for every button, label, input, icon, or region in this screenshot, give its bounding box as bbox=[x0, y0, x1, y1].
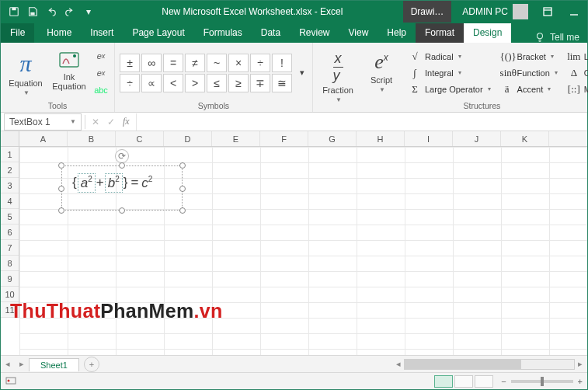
resize-handle[interactable] bbox=[119, 207, 125, 214]
macro-record-icon[interactable] bbox=[5, 375, 16, 388]
resize-handle[interactable] bbox=[179, 207, 186, 214]
formula-input[interactable] bbox=[136, 113, 587, 131]
select-all-corner[interactable] bbox=[1, 131, 19, 147]
symbols-more-icon[interactable]: ▾ bbox=[297, 68, 308, 78]
save-icon[interactable] bbox=[24, 3, 41, 20]
professional-icon[interactable]: ex bbox=[92, 48, 110, 64]
name-box[interactable]: TextBox 1▼ bbox=[4, 113, 82, 131]
tab-page-layout[interactable]: Page Layout bbox=[123, 23, 193, 43]
eq-term-a[interactable]: a2 bbox=[78, 173, 96, 193]
symbol-cell[interactable]: ≅ bbox=[272, 74, 292, 92]
tab-format[interactable]: Format bbox=[416, 23, 464, 43]
symbol-cell[interactable]: ≤ bbox=[207, 74, 227, 92]
ribbon-options-icon[interactable] bbox=[534, 1, 561, 23]
resize-handle[interactable] bbox=[58, 162, 64, 169]
structure-item[interactable]: ΔOperator▾ bbox=[567, 65, 588, 81]
symbol-cell[interactable]: > bbox=[185, 74, 205, 92]
undo-icon[interactable] bbox=[43, 3, 60, 20]
symbol-cell[interactable]: = bbox=[163, 54, 183, 72]
structure-item[interactable]: äAccent▾ bbox=[500, 82, 558, 97]
equation-button[interactable]: π Equation ▼ bbox=[5, 47, 46, 99]
symbol-cell[interactable]: ~ bbox=[207, 54, 227, 72]
symbol-cell[interactable]: ! bbox=[272, 54, 292, 72]
column-header[interactable]: F bbox=[260, 131, 308, 146]
worksheet[interactable]: ABCDEFGHIJK 1234567891011 ⟳ { a2 + b2 } … bbox=[1, 131, 587, 355]
column-header[interactable]: G bbox=[308, 131, 357, 146]
ink-equation-button[interactable]: Ink Equation bbox=[49, 47, 89, 99]
tab-formulas[interactable]: Formulas bbox=[194, 23, 252, 43]
tab-view[interactable]: View bbox=[339, 23, 378, 43]
column-header[interactable]: C bbox=[116, 131, 164, 146]
resize-handle[interactable] bbox=[58, 186, 64, 192]
normal-view-icon[interactable] bbox=[434, 375, 453, 388]
row-headers[interactable]: 1234567891011 bbox=[1, 147, 19, 318]
tab-help[interactable]: Help bbox=[378, 23, 416, 43]
column-header[interactable]: K bbox=[501, 131, 549, 146]
symbol-cell[interactable]: ÷ bbox=[250, 54, 270, 72]
symbol-cell[interactable]: ∝ bbox=[141, 74, 162, 92]
zoom-slider[interactable] bbox=[511, 380, 573, 383]
symbol-cell[interactable]: ∞ bbox=[141, 54, 162, 72]
zoom-control[interactable]: − + bbox=[501, 377, 583, 386]
column-header[interactable]: H bbox=[357, 131, 405, 146]
cancel-icon[interactable]: ✕ bbox=[92, 117, 99, 127]
enter-icon[interactable]: ✓ bbox=[107, 117, 115, 127]
column-header[interactable]: J bbox=[453, 131, 501, 146]
account-box[interactable]: ADMIN PC bbox=[456, 4, 534, 19]
equation-content[interactable]: { a2 + b2 } = c2 bbox=[72, 173, 152, 193]
row-header[interactable]: 3 bbox=[1, 178, 19, 193]
symbol-cell[interactable]: < bbox=[163, 74, 183, 92]
rotate-handle-icon[interactable]: ⟳ bbox=[115, 149, 129, 163]
column-header[interactable]: I bbox=[405, 131, 453, 146]
row-header[interactable]: 5 bbox=[1, 209, 19, 225]
tab-home[interactable]: Home bbox=[37, 23, 81, 43]
qat-more-icon[interactable]: ▾ bbox=[80, 3, 97, 20]
structure-item[interactable]: ΣLarge Operator▾ bbox=[408, 82, 491, 97]
fraction-button[interactable]: xy Fraction▼ bbox=[318, 47, 358, 99]
new-sheet-button[interactable]: + bbox=[84, 357, 99, 372]
tab-insert[interactable]: Insert bbox=[81, 23, 123, 43]
tab-review[interactable]: Review bbox=[290, 23, 339, 43]
minimize-icon[interactable] bbox=[561, 1, 587, 23]
autosave-icon[interactable] bbox=[5, 3, 23, 20]
column-header[interactable]: B bbox=[68, 131, 116, 146]
tell-me[interactable]: Tell me bbox=[527, 32, 587, 43]
column-header[interactable]: A bbox=[19, 131, 68, 146]
structure-item[interactable]: {()}Bracket▾ bbox=[500, 49, 558, 64]
normal-text-icon[interactable]: abc bbox=[92, 82, 110, 98]
resize-handle[interactable] bbox=[58, 207, 64, 214]
page-break-view-icon[interactable] bbox=[475, 375, 493, 388]
redo-icon[interactable] bbox=[61, 3, 78, 20]
symbol-cell[interactable]: ≠ bbox=[185, 54, 205, 72]
page-layout-view-icon[interactable] bbox=[454, 375, 473, 388]
row-header[interactable]: 2 bbox=[1, 162, 19, 178]
symbol-cell[interactable]: ∓ bbox=[250, 74, 270, 92]
structure-item[interactable]: [::]Matrix▾ bbox=[567, 82, 588, 97]
row-header[interactable]: 4 bbox=[1, 193, 19, 209]
row-header[interactable]: 6 bbox=[1, 225, 19, 240]
resize-handle[interactable] bbox=[119, 162, 125, 169]
row-header[interactable]: 8 bbox=[1, 256, 19, 271]
zoom-out-icon[interactable]: − bbox=[501, 377, 506, 386]
tab-data[interactable]: Data bbox=[252, 23, 290, 43]
eq-term-b[interactable]: b2 bbox=[105, 173, 123, 193]
structure-item[interactable]: √Radical▾ bbox=[408, 49, 491, 64]
tab-design[interactable]: Design bbox=[464, 23, 511, 43]
symbol-cell[interactable]: ± bbox=[120, 54, 140, 72]
structure-item[interactable]: limLimit and Log▾ bbox=[567, 49, 588, 64]
script-button[interactable]: ex Script▼ bbox=[361, 47, 402, 99]
tab-nav-prev-icon[interactable]: ◂ bbox=[1, 359, 15, 369]
zoom-in-icon[interactable]: + bbox=[578, 377, 583, 386]
linear-icon[interactable]: ex bbox=[92, 65, 110, 81]
fx-icon[interactable]: fx bbox=[123, 116, 130, 127]
tab-file[interactable]: File bbox=[1, 23, 34, 43]
symbol-cell[interactable]: ≥ bbox=[228, 74, 249, 92]
column-header[interactable]: D bbox=[164, 131, 212, 146]
structure-item[interactable]: sinθFunction▾ bbox=[500, 65, 558, 81]
symbol-cell[interactable]: ÷ bbox=[120, 74, 140, 92]
resize-handle[interactable] bbox=[179, 162, 186, 169]
column-header[interactable]: E bbox=[212, 131, 260, 146]
sheet-tab[interactable]: Sheet1 bbox=[29, 358, 79, 371]
symbol-cell[interactable]: × bbox=[228, 54, 249, 72]
tab-nav-next-icon[interactable]: ▸ bbox=[15, 359, 29, 369]
